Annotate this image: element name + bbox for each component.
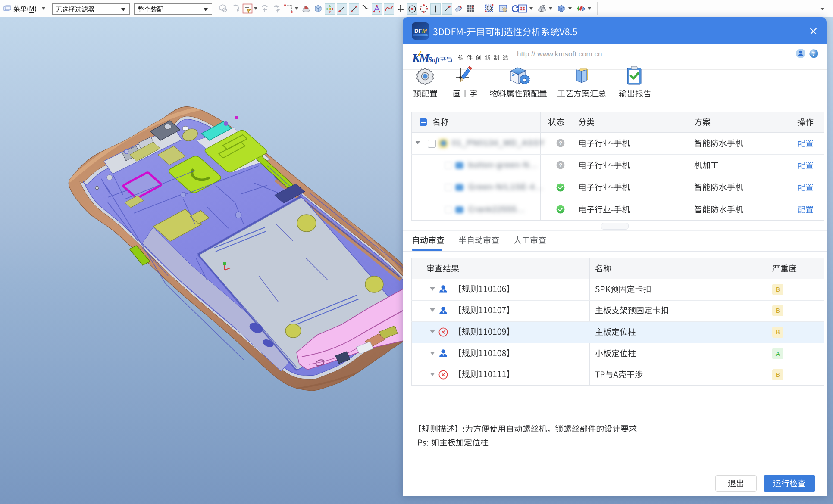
- svg-text:Soft: Soft: [428, 56, 440, 64]
- svg-text:M: M: [422, 28, 427, 34]
- svg-text:KM: KM: [412, 52, 430, 65]
- svg-text:?: ?: [559, 162, 562, 168]
- svg-text:?: ?: [559, 140, 562, 146]
- svg-text:DF: DF: [414, 28, 422, 34]
- svg-text:?: ?: [812, 51, 815, 57]
